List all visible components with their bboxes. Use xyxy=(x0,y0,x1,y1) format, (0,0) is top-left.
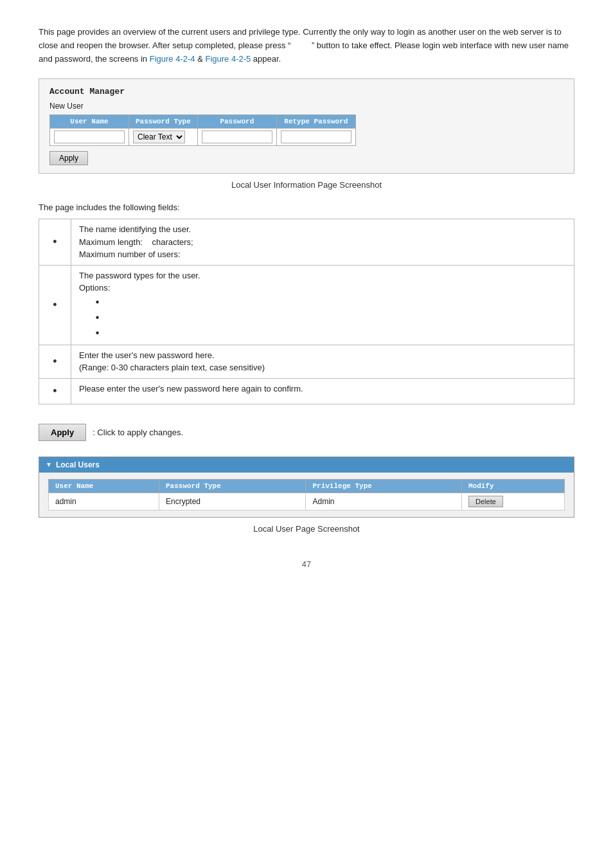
col-header-retype-password: Retype Password xyxy=(276,115,355,129)
field-desc-username-maxusers: Maximum number of users: xyxy=(79,249,181,259)
table-row: admin Encrypted Admin Delete xyxy=(49,493,565,510)
local-users-header: ▼ Local Users xyxy=(39,457,574,473)
lu-col-password-type: Password Type xyxy=(159,479,305,493)
field-desc-retype-password: Please enter the user's new password her… xyxy=(71,378,574,404)
apply-section: Apply : Click to apply changes. xyxy=(39,424,574,441)
new-user-form-table: User Name Password Type Password Retype … xyxy=(49,114,356,146)
field-desc-username-maxlen: Maximum length: characters; xyxy=(79,237,193,247)
delete-button[interactable]: Delete xyxy=(468,496,503,507)
triangle-icon: ▼ xyxy=(46,461,52,468)
intro-text-2 xyxy=(290,41,312,50)
apply-button-large[interactable]: Apply xyxy=(39,424,86,441)
sub-bullet-2: • xyxy=(84,312,99,323)
field-desc-pt-text: The password types for the user. xyxy=(79,271,200,280)
new-user-row: Clear Text Encrypted xyxy=(50,129,356,146)
lu-row-privilege-type: Admin xyxy=(306,493,462,510)
intro-text-4: & xyxy=(195,54,206,64)
username-input[interactable] xyxy=(54,131,125,143)
sub-bullet-3: • xyxy=(84,327,99,338)
local-users-table: User Name Password Type Privilege Type M… xyxy=(48,479,565,511)
account-manager-title: Account Manager xyxy=(49,87,564,96)
lu-row-username: admin xyxy=(49,493,159,510)
field-desc-pw-text: Enter the user's new password here. xyxy=(79,350,215,360)
figure-link-1[interactable]: Figure 4-2-4 xyxy=(150,54,195,64)
account-manager-box: Account Manager New User User Name Passw… xyxy=(39,78,574,174)
col-header-username: User Name xyxy=(50,115,129,129)
lu-row-modify: Delete xyxy=(462,493,565,510)
field-row-password: • Enter the user's new password here. (R… xyxy=(39,345,574,378)
field-desc-username-text: The name identifying the user. xyxy=(79,224,191,234)
lu-col-modify: Modify xyxy=(462,479,565,493)
col-header-password: Password xyxy=(197,115,276,129)
bullet-2: • xyxy=(53,298,57,311)
field-desc-password: Enter the user's new password here. (Ran… xyxy=(71,345,574,378)
intro-text-5: appear. xyxy=(251,54,281,64)
field-desc-username: The name identifying the user. Maximum l… xyxy=(71,219,574,266)
intro-paragraph: This page provides an overview of the cu… xyxy=(39,26,574,66)
lu-row-password-type: Encrypted xyxy=(159,493,305,510)
lu-col-privilege-type: Privilege Type xyxy=(306,479,462,493)
fields-table: • The name identifying the user. Maximum… xyxy=(39,219,574,404)
local-users-inner: User Name Password Type Privilege Type M… xyxy=(39,473,574,517)
caption-1: Local User Information Page Screenshot xyxy=(39,180,574,190)
field-row-username: • The name identifying the user. Maximum… xyxy=(39,219,574,266)
field-desc-password-type: The password types for the user. Options… xyxy=(71,265,574,345)
field-row-retype-password: • Please enter the user's new password h… xyxy=(39,378,574,404)
password-input[interactable] xyxy=(202,131,272,143)
password-type-select[interactable]: Clear Text Encrypted xyxy=(133,131,185,143)
lu-col-username: User Name xyxy=(49,479,159,493)
field-desc-pt-options: Options: xyxy=(79,283,110,293)
bullet-4: • xyxy=(53,384,57,397)
sub-bullet-1: • xyxy=(84,296,99,307)
apply-button-small[interactable]: Apply xyxy=(49,151,88,165)
field-row-password-type: • The password types for the user. Optio… xyxy=(39,265,574,345)
local-users-title: Local Users xyxy=(56,460,100,469)
field-desc-pw-range: (Range: 0-30 characters plain text, case… xyxy=(79,363,265,372)
bullet-3: • xyxy=(53,355,57,368)
figure-link-2[interactable]: Figure 4-2-5 xyxy=(205,54,251,64)
local-users-box: ▼ Local Users User Name Password Type Pr… xyxy=(39,457,574,518)
col-header-password-type: Password Type xyxy=(129,115,198,129)
retype-password-input[interactable] xyxy=(281,131,351,143)
bullet-1: • xyxy=(53,235,57,248)
apply-description: : Click to apply changes. xyxy=(93,428,183,437)
page-number: 47 xyxy=(39,559,574,569)
fields-intro: The page includes the following fields: xyxy=(39,203,574,212)
caption-2: Local User Page Screenshot xyxy=(39,524,574,534)
field-desc-retype-text: Please enter the user's new password her… xyxy=(79,384,303,393)
local-users-header-row: User Name Password Type Privilege Type M… xyxy=(49,479,565,493)
new-user-label: New User xyxy=(49,102,564,111)
